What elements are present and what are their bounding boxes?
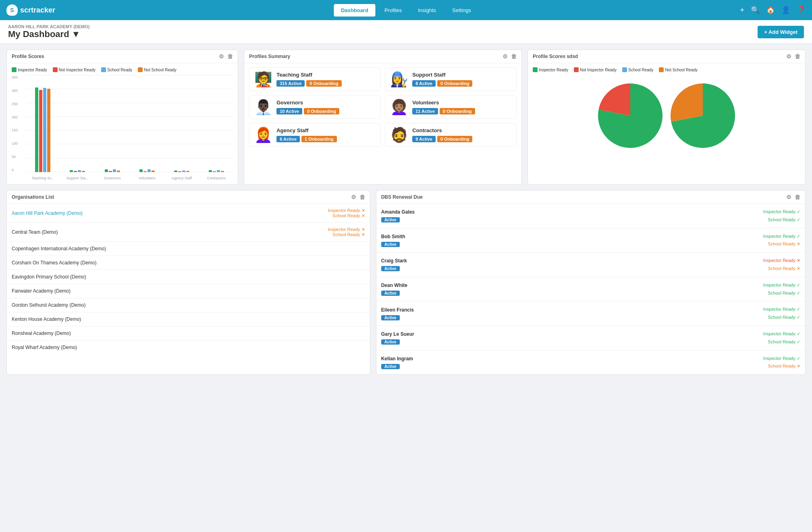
active-badge: 8 Active: [412, 80, 436, 87]
help-icon[interactable]: ❓: [797, 6, 806, 15]
org-item[interactable]: Copenhagen International Academy (Demo): [7, 242, 370, 256]
profiles-summary-panel: Profiles Summary ⚙ 🗑 🧑‍🏫 Teaching Staff …: [244, 50, 522, 185]
nav-insights[interactable]: Insights: [411, 4, 443, 17]
bar: [47, 89, 50, 172]
dashboard-title[interactable]: My Dashboard ▼: [8, 29, 89, 39]
profile-card[interactable]: 👨🏿‍💼 Governors 10 Active 0 Onboarding: [249, 95, 381, 119]
top-row: Profile Scores ⚙ 🗑 Inspector Ready Not I…: [6, 50, 806, 185]
add-widget-button[interactable]: + Add Widget: [758, 26, 804, 38]
bar: [182, 170, 185, 172]
dbs-item[interactable]: Kellan Ingram Active Inspector Ready ✓ S…: [376, 351, 805, 375]
trash-icon-5[interactable]: 🗑: [795, 194, 800, 200]
org-item[interactable]: Ronsheal Academy (Demo): [7, 326, 370, 341]
badges: 6 Active 1 Onboarding: [276, 136, 376, 142]
bar: [105, 169, 108, 172]
profile-card[interactable]: 🧔 Contractors 9 Active 0 Onboarding: [385, 123, 517, 147]
org-item[interactable]: Gordon Selhurst Academy (Demo): [7, 298, 370, 312]
legend-not-school-ready: Not School Ready: [138, 67, 177, 72]
bar: [217, 170, 220, 172]
profile-name: Volunteers: [412, 100, 511, 106]
pie-left: [598, 83, 662, 148]
building-icon[interactable]: 🏠: [766, 6, 775, 15]
logo: S scrtracker: [6, 4, 55, 16]
legend-dot-nir: [53, 67, 58, 72]
dbs-person: Dean White Active: [381, 283, 407, 296]
dbs-status: Inspector Ready ✓ School Ready ✕: [763, 355, 800, 371]
nav-settings[interactable]: Settings: [445, 4, 478, 17]
dbs-person: Eileen Francis Active: [381, 307, 414, 320]
gear-icon[interactable]: ⚙: [219, 53, 224, 60]
dbs-name: Dean White: [381, 283, 407, 288]
org-item[interactable]: Aaron Hill Park Academy (Demo) Inspector…: [7, 204, 370, 223]
gear-icon-5[interactable]: ⚙: [786, 194, 791, 200]
bar: [82, 171, 85, 172]
profile-scores-panel: Profile Scores ⚙ 🗑 Inspector Ready Not I…: [6, 50, 238, 185]
bottom-row: Organisations List ⚙ 🗑 Aaron Hill Park A…: [6, 190, 806, 375]
gear-icon-4[interactable]: ⚙: [351, 194, 356, 200]
user-icon[interactable]: 👤: [781, 6, 790, 15]
org-item[interactable]: Corsham On Thames Academy (Demo): [7, 256, 370, 270]
org-label: AARON HILL PARK ACADEMY (DEMO): [8, 24, 89, 29]
x-label: Teaching St...: [26, 176, 59, 180]
dbs-panel: DBS Renewal Due ⚙ 🗑 Amanda Gales Active …: [376, 190, 806, 375]
dbs-item[interactable]: Bob Smith Active Inspector Ready ✓ Schoo…: [376, 229, 805, 253]
legend-nsr: Not School Ready: [659, 67, 698, 72]
profiles-summary-body: 🧑‍🏫 Teaching Staff 315 Active 0 Onboardi…: [244, 63, 521, 151]
dbs-item[interactable]: Craig Stark Active Inspector Ready ✕ Sch…: [376, 253, 805, 277]
bar: [213, 171, 216, 172]
nav-dashboard[interactable]: Dashboard: [334, 4, 376, 17]
org-item[interactable]: Central Team (Demo) Inspector Ready ✕ Sc…: [7, 223, 370, 242]
profile-info: Volunteers 11 Active 0 Onboarding: [412, 100, 511, 114]
badges: 11 Active 0 Onboarding: [412, 108, 511, 114]
org-item[interactable]: Fairwater Academy (Demo): [7, 284, 370, 298]
dbs-status: Inspector Ready ✕ School Ready ✕: [763, 257, 800, 273]
onboarding-badge: 0 Onboarding: [437, 136, 473, 142]
logo-shield: S: [6, 4, 18, 16]
add-icon[interactable]: +: [740, 6, 744, 15]
active-badge: Active: [381, 291, 400, 296]
legend-inspector-ready: Inspector Ready: [12, 67, 47, 72]
dbs-header: DBS Renewal Due ⚙ 🗑: [376, 191, 805, 204]
org-name: Ronsheal Academy (Demo): [12, 330, 71, 336]
active-badge: Active: [381, 339, 400, 345]
dbs-item[interactable]: Dean White Active Inspector Ready ✓ Scho…: [376, 277, 805, 302]
nav-profiles[interactable]: Profiles: [377, 4, 409, 17]
legend: Inspector Ready Not Inspector Ready Scho…: [12, 67, 233, 72]
dbs-item[interactable]: Amanda Gales Active Inspector Ready ✓ Sc…: [376, 204, 805, 229]
trash-icon-2[interactable]: 🗑: [511, 53, 517, 60]
legend-ir: Inspector Ready: [533, 67, 568, 72]
dbs-status: Inspector Ready ✓ School Ready ✓: [763, 305, 800, 322]
org-name: Eavingdon Primary School (Demo): [12, 274, 86, 280]
legend-dot-nsr: [138, 67, 143, 72]
panel-icons-2: ⚙ 🗑: [503, 53, 517, 60]
bar: [178, 171, 181, 172]
profile-info: Governors 10 Active 0 Onboarding: [276, 100, 376, 114]
profile-card[interactable]: 👩🏽‍🦱 Volunteers 11 Active 0 Onboarding: [385, 95, 517, 119]
org-item[interactable]: Royal Wharf Academy (Demo): [7, 341, 370, 354]
bar: [35, 87, 38, 172]
active-badge: Active: [381, 242, 400, 247]
gear-icon-3[interactable]: ⚙: [786, 53, 791, 60]
dbs-item[interactable]: Eileen Francis Active Inspector Ready ✓ …: [376, 301, 805, 326]
trash-icon[interactable]: 🗑: [227, 53, 233, 60]
profile-card[interactable]: 👩‍🦰 Agency Staff 6 Active 1 Onboarding: [249, 123, 381, 147]
dbs-item[interactable]: Gary Le Sueur Active Inspector Ready ✓ S…: [376, 326, 805, 351]
trash-icon-3[interactable]: 🗑: [795, 53, 800, 60]
org-item[interactable]: Eavingdon Primary School (Demo): [7, 270, 370, 284]
trash-icon-4[interactable]: 🗑: [359, 194, 365, 200]
gear-icon-2[interactable]: ⚙: [503, 53, 508, 60]
dbs-name: Gary Le Sueur: [381, 331, 414, 337]
profile-card[interactable]: 🧑‍🏫 Teaching Staff 315 Active 0 Onboardi…: [249, 67, 381, 91]
profile-info: Teaching Staff 315 Active 0 Onboarding: [276, 72, 376, 87]
active-badge: 9 Active: [412, 136, 436, 142]
dbs-list: Amanda Gales Active Inspector Ready ✓ Sc…: [376, 204, 805, 374]
profile-grid: 🧑‍🏫 Teaching Staff 315 Active 0 Onboardi…: [249, 67, 517, 147]
search-icon[interactable]: 🔍: [751, 6, 760, 15]
profile-card[interactable]: 👩‍🔧 Support Staff 8 Active 0 Onboarding: [385, 67, 517, 91]
x-label: Governors: [96, 176, 129, 180]
org-header: Organisations List ⚙ 🗑: [7, 191, 370, 204]
dbs-name: Bob Smith: [381, 234, 405, 239]
avatar: 👩🏽‍🦱: [390, 100, 408, 114]
profile-name: Teaching Staff: [276, 72, 376, 78]
org-item[interactable]: Kenton House Academy (Demo): [7, 312, 370, 326]
